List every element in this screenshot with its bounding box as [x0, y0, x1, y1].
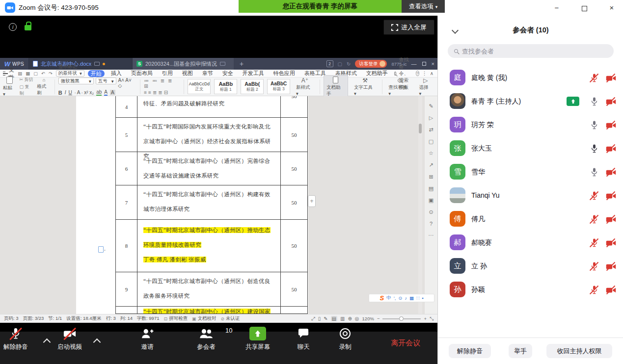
favorite-star-icon[interactable]: ☆ [429, 150, 433, 156]
track-changes-dropdown[interactable]: 显示标记的最终状态▾ [56, 70, 84, 77]
participant-row[interactable]: 玥 玥芳 荣 [438, 113, 623, 136]
enter-fullscreen-button[interactable]: 进入全屏 [383, 20, 434, 35]
chat-button[interactable]: 聊天 [284, 327, 323, 351]
skin-icon[interactable]: ▪ [422, 295, 423, 301]
font-grow-shrink-group[interactable]: A˄ A˅ ◇ [118, 78, 137, 88]
text-tool-button[interactable]: ⚒ 文字工具 ▾ [352, 77, 379, 97]
compare-icon[interactable]: ⇄ [429, 127, 433, 133]
preview-icon[interactable]: ▢ [33, 71, 38, 76]
ribbon-tab-developer[interactable]: 开发工具 [240, 70, 267, 77]
share-screen-button[interactable]: 共享屏幕 [238, 327, 277, 351]
image-icon[interactable]: ▣ [429, 197, 433, 204]
select-cursor-icon[interactable]: ▷ [429, 115, 433, 121]
participant-row[interactable]: Tianqi Yu [438, 183, 623, 207]
sync-icon[interactable]: ↻ [347, 61, 351, 67]
table-row[interactable]: 5 “十四五”时期国际国内发展环境重大变化影响及北京城市副中心（通州区）经济社会… [116, 118, 307, 152]
zoom-out-button[interactable]: − [377, 316, 380, 321]
invite-button[interactable]: 邀请 [128, 327, 167, 351]
eye-protect-icon[interactable]: ◎ [355, 316, 359, 321]
proofread-button[interactable]: 文档校对 [198, 315, 217, 322]
participant-row[interactable]: 张 张大玉 [438, 136, 623, 160]
hamburger-menu-icon[interactable] [3, 72, 5, 76]
zoom-slider[interactable] [382, 318, 421, 319]
find-replace-button[interactable]: 查找替换 ▾ [386, 77, 413, 97]
unmute-all-button[interactable]: 解除静音 [449, 344, 491, 358]
table-row[interactable]: 4 特征、矛盾问题及破解路径研究 50 [116, 96, 307, 118]
view-options-button[interactable]: 查看选项▾ [402, 0, 445, 13]
copy-button[interactable]: ▢ 复制 [19, 84, 33, 97]
style-heading1[interactable]: AaBb 标题 1 [214, 79, 237, 94]
ribbon-tab-security[interactable]: 安全 [219, 70, 236, 77]
vertical-scrollbar[interactable] [418, 96, 422, 314]
table-row[interactable]: 9 “十四五”时期北京城市副中心（通州区）创造优良政务服务环境研究 50 [116, 272, 307, 307]
print-layout-icon[interactable]: ▤ [331, 316, 337, 321]
search-icon[interactable] [394, 72, 396, 76]
layout-switch-icon[interactable]: ▢ [338, 61, 342, 67]
font-format-group[interactable]: B I U ∙ A ∙ x² x₂ ab A A [58, 89, 136, 96]
new-style-button[interactable]: A⁺ 新样式 ▾ [294, 77, 316, 97]
unmute-button[interactable]: 解除静音 [0, 327, 35, 351]
ribbon-tab-view[interactable]: 视图 [179, 70, 196, 77]
raise-hand-button[interactable]: 举手 [509, 344, 532, 358]
redo-icon[interactable]: ↷ [49, 71, 53, 76]
participant-search-box[interactable] [448, 44, 614, 58]
new-tab-button[interactable]: + [240, 60, 244, 68]
collapse-ribbon-icon[interactable]: ∧ [430, 71, 433, 76]
select-button[interactable]: ▷ 选择 ▾ [417, 77, 434, 97]
fullpage-view-icon[interactable]: ⤢ [311, 316, 315, 322]
table-row[interactable]: 8 “十四五”时期北京城市副中心（通州区）推动生态环境质量持续改善研究 丁奇 傅… [116, 220, 307, 272]
more-icon[interactable]: ⋮ [422, 71, 427, 76]
participant-row[interactable]: 庭 庭晚 黄 (我) [438, 66, 623, 89]
participant-row[interactable]: 雪 雪华 [438, 160, 623, 183]
archive-icon[interactable]: ▤ [429, 185, 433, 192]
participant-row[interactable]: 春青 李 (主持人) [438, 89, 623, 113]
ribbon-tab-section[interactable]: 章节 [199, 70, 216, 77]
format-painter-button[interactable]: ⌂ 格式刷 [37, 77, 51, 96]
help-icon[interactable]: ? [430, 221, 433, 227]
close-button[interactable]: × [602, 0, 622, 16]
ribbon-tab-doc-assistant[interactable]: 文档助手 [363, 70, 391, 77]
ribbon-tab-insert[interactable]: 插入 [108, 70, 125, 77]
maximize-button[interactable] [574, 0, 594, 16]
toolbox-icon[interactable]: ∷ [416, 295, 419, 301]
edit-mode-icon[interactable]: ✎ [324, 316, 327, 321]
tab-count-badge[interactable]: 2 [326, 60, 333, 67]
more-dots-icon[interactable]: ⋯ [429, 232, 434, 238]
spreadsheet-tab[interactable]: S 20200324...国基金拟申报情况 [133, 58, 234, 70]
print-icon[interactable]: ▦ [26, 71, 30, 76]
minimize-button[interactable]: − [547, 0, 567, 16]
meeting-info-icon[interactable]: i [9, 23, 17, 31]
punctuation-icon[interactable]: ’, [394, 295, 396, 301]
two-page-view-icon[interactable]: ▯ [318, 316, 321, 321]
save-icon[interactable]: ▤ [18, 71, 22, 76]
participant-row[interactable]: 立 立 孙 [438, 254, 623, 278]
soft-keyboard-icon[interactable]: ▦ [409, 295, 414, 301]
voice-input-icon[interactable]: ♪ [405, 295, 407, 301]
outline-view-icon[interactable]: ▥ [340, 316, 345, 321]
table-row[interactable]: 6 “十四五”时期北京城市副中心（通州区）完善综合交通等基础设施建设体系研究 5… [116, 152, 307, 185]
comment-marker-icon[interactable] [98, 246, 104, 253]
search-input[interactable] [462, 48, 599, 55]
fit-page-icon[interactable]: ⤡ [430, 316, 433, 322]
cut-button[interactable]: ✂ 剪切 [19, 77, 33, 83]
leave-meeting-button[interactable]: 离开会议 [391, 338, 420, 348]
reclaim-host-button[interactable]: 收回主持人权限 [546, 344, 612, 358]
participant-row[interactable]: 傅 傅凡 [438, 207, 623, 231]
style-heading2[interactable]: AaBb( 标题 2 [241, 79, 264, 94]
paragraph-group[interactable]: ≔ ≕ ≣ ≣ ⊞ ≡≡≣≣⊟ [144, 78, 180, 95]
ribbon-tab-home[interactable]: 开始 [88, 70, 105, 77]
ribbon-tab-references[interactable]: 引用 [159, 70, 176, 77]
org-chart-icon[interactable]: ⊞ [429, 174, 433, 180]
table-row[interactable]: “十四五”时期北京城市副中心（通州区）建设国家新型城镇化 [116, 307, 307, 314]
guest-login-button[interactable]: 访客登录 [355, 60, 387, 68]
participants-button[interactable]: 10 参会者 [187, 327, 226, 351]
table-insert-handle[interactable]: + [308, 195, 316, 207]
ribbon-tab-special[interactable]: 特色应用 [271, 70, 298, 77]
chinese-mode-icon[interactable]: 中 [386, 295, 391, 301]
pages-icon[interactable]: ▢ [429, 138, 433, 145]
web-layout-icon[interactable]: ⊕ [348, 316, 352, 321]
ribbon-tab-layout[interactable]: 页面布局 [128, 70, 156, 77]
style-normal[interactable]: AaBbCcDd 正文 [188, 79, 211, 94]
style-heading3[interactable]: AaBbC 标题 3 [267, 79, 290, 94]
history-clock-icon[interactable]: ⊙ [429, 209, 433, 215]
